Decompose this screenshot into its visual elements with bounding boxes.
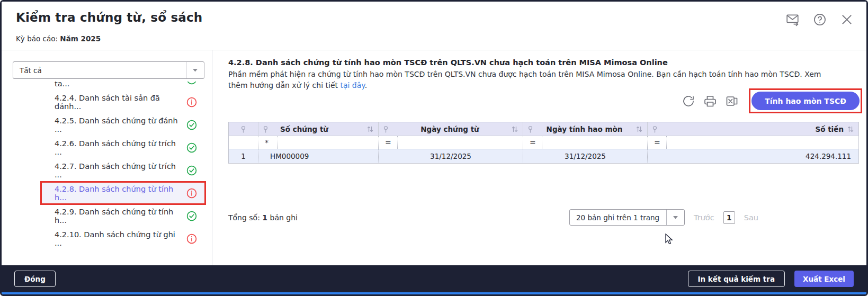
documents-table: Số chứng từ Ngày chứng từ Ngày tính hao … <box>228 122 859 164</box>
modal-header: Kiểm tra chứng từ, sổ sách Kỳ báo cáo: N… <box>2 2 866 50</box>
cell-ngay-tinh-hao-mon: 31/12/2025 <box>523 149 647 163</box>
error-icon <box>186 97 197 107</box>
description-period: . <box>365 81 367 89</box>
sort-icon[interactable] <box>366 125 374 133</box>
table-row[interactable]: 1 HM000009 31/12/2025 31/12/2025 424.294… <box>229 149 858 163</box>
filter-operator[interactable]: = <box>379 136 398 149</box>
current-page-indicator[interactable]: 1 <box>723 211 735 224</box>
sidebar-item-label: 4.2.8. Danh sách chứng từ tính h... <box>55 185 181 202</box>
description-text: Phần mềm phát hiện ra chứng từ tính hao … <box>228 70 821 89</box>
sort-icon[interactable] <box>847 125 854 133</box>
filter-cell-ngay-chung-tu[interactable]: = <box>378 136 523 149</box>
table-toolbar: Tính hao mòn TSCĐ <box>682 92 860 110</box>
page-size-value: 20 bản ghi trên 1 trang <box>570 213 666 222</box>
pin-icon <box>652 125 658 133</box>
total-suffix: bản ghi <box>267 213 298 222</box>
pin-icon <box>263 125 269 133</box>
column-label: Ngày chứng từ <box>420 125 479 133</box>
sidebar-item-4-2-9[interactable]: 4.2.9. Danh sách chứng từ tính h... <box>42 204 204 227</box>
success-icon <box>186 82 197 85</box>
sidebar-item-4-2-4[interactable]: 4.2.4. Danh sách tài sản đã đánh... <box>42 91 204 113</box>
success-icon <box>186 165 197 176</box>
prev-page-button[interactable]: Trước <box>694 213 714 222</box>
refresh-icon[interactable] <box>682 95 695 107</box>
sidebar-item-4-2-7[interactable]: 4.2.7. Danh sách chứng từ trích ... <box>42 159 204 182</box>
pin-icon <box>527 125 533 133</box>
category-filter-select[interactable]: Tất cả <box>13 61 204 79</box>
sidebar-item-4-2-6[interactable]: 4.2.6. Danh sách chứng từ trích ... <box>42 136 204 159</box>
column-header-so-chung-tu[interactable]: Số chứng từ <box>258 122 378 136</box>
column-label: Ngày tính hao mòn <box>547 125 623 133</box>
error-icon <box>186 188 197 199</box>
row-number-header[interactable] <box>229 122 258 136</box>
sidebar-item-label: 4.2.3. Danh sách chứng từ ghi tă... <box>55 82 181 88</box>
error-icon <box>186 234 197 244</box>
table-footer: Tổng số: 1 bản ghi 20 bản ghi trên 1 tra… <box>228 209 859 226</box>
column-header-so-tien[interactable]: Số tiền <box>647 122 858 136</box>
filter-operator[interactable]: = <box>648 136 667 149</box>
category-filter-value: Tất cả <box>13 66 186 75</box>
cell-row-number: 1 <box>229 149 258 163</box>
check-item-list: 4.2.3. Danh sách chứng từ ghi tă... 4.2.… <box>2 82 212 265</box>
filter-operator[interactable]: = <box>523 136 542 149</box>
close-icon[interactable] <box>839 12 854 26</box>
action-footer: Đóng In kết quả kiểm tra Xuất Excel <box>2 265 866 294</box>
sidebar-item-label: 4.2.4. Danh sách tài sản đã đánh... <box>55 94 181 111</box>
chevron-down-icon <box>186 62 204 78</box>
excel-icon[interactable] <box>726 95 738 107</box>
export-excel-button[interactable]: Xuất Excel <box>794 271 854 287</box>
table-filter-row: * = = = <box>229 136 858 149</box>
check-list-sidebar: Tất cả 4.2.3. Danh sách chứng từ ghi tă.… <box>2 50 212 265</box>
cell-ngay-chung-tu: 31/12/2025 <box>378 149 523 163</box>
section-title: 4.2.8. Danh sách chứng từ tính hao mòn T… <box>228 57 860 68</box>
table-header-row: Số chứng từ Ngày chứng từ Ngày tính hao … <box>229 122 858 136</box>
help-link[interactable]: tại đây <box>340 81 364 89</box>
sidebar-item-label: 4.2.7. Danh sách chứng từ trích ... <box>55 162 181 179</box>
print-results-button[interactable]: In kết quả kiểm tra <box>688 271 785 287</box>
sort-icon[interactable] <box>636 125 643 133</box>
filter-cell-so-tien[interactable]: = <box>647 136 858 149</box>
sidebar-item-4-2-10[interactable]: 4.2.10. Danh sách chứng từ ghi ... <box>42 227 204 250</box>
sort-icon[interactable] <box>511 125 518 133</box>
next-page-button[interactable]: Sau <box>744 213 758 222</box>
column-label: Số tiền <box>815 125 844 133</box>
sidebar-item-label: 4.2.5. Danh sách chứng từ đánh ... <box>55 116 181 133</box>
filter-cell-so-chung-tu[interactable]: * <box>258 136 378 149</box>
page-title: Kiểm tra chứng từ, sổ sách <box>16 11 202 24</box>
section-description: Phần mềm phát hiện ra chứng từ tính hao … <box>228 69 827 91</box>
chevron-down-icon <box>666 210 684 225</box>
page-size-select[interactable]: 20 bản ghi trên 1 trang <box>569 209 685 226</box>
pin-icon <box>240 125 246 133</box>
success-icon <box>186 142 197 153</box>
sidebar-item-label: 4.2.10. Danh sách chứng từ ghi ... <box>55 230 181 247</box>
pagination: 20 bản ghi trên 1 trang Trước 1 Sau <box>569 209 758 226</box>
column-header-ngay-tinh-hao-mon[interactable]: Ngày tính hao mòn <box>523 122 647 136</box>
close-button[interactable]: Đóng <box>14 271 56 287</box>
calc-depreciation-button[interactable]: Tính hao mòn TSCĐ <box>751 92 860 110</box>
print-icon[interactable] <box>704 95 717 107</box>
report-period: Kỳ báo cáo: Năm 2025 <box>16 34 101 43</box>
report-period-value: Năm 2025 <box>60 34 101 43</box>
column-header-ngay-chung-tu[interactable]: Ngày chứng từ <box>378 122 523 136</box>
success-icon <box>186 211 197 221</box>
sidebar-item-label: 4.2.9. Danh sách chứng từ tính h... <box>55 208 181 225</box>
total-records: Tổng số: 1 bản ghi <box>228 213 298 222</box>
detail-pane: 4.2.8. Danh sách chứng từ tính hao mòn T… <box>212 50 866 265</box>
total-prefix: Tổng số: <box>228 213 262 222</box>
cell-so-chung-tu: HM000009 <box>258 149 378 163</box>
cell-so-tien: 424.294.111 <box>647 149 858 163</box>
sidebar-item-4-2-8-selected[interactable]: 4.2.8. Danh sách chứng từ tính h... <box>42 182 204 204</box>
report-period-label: Kỳ báo cáo: <box>16 34 60 43</box>
sidebar-item-4-2-5[interactable]: 4.2.5. Danh sách chứng từ đánh ... <box>42 113 204 136</box>
pin-icon <box>383 125 389 133</box>
sidebar-item-4-2-3[interactable]: 4.2.3. Danh sách chứng từ ghi tă... <box>42 82 204 91</box>
filter-operator[interactable]: * <box>258 136 278 149</box>
feedback-mail-icon[interactable] <box>785 12 800 26</box>
check-documents-modal: Kiểm tra chứng từ, sổ sách Kỳ báo cáo: N… <box>0 0 868 296</box>
filter-cell-ngay-tinh-hao-mon[interactable]: = <box>523 136 647 149</box>
success-icon <box>186 120 197 130</box>
help-icon[interactable] <box>812 12 827 26</box>
sidebar-item-label: 4.2.6. Danh sách chứng từ trích ... <box>55 139 181 156</box>
column-label: Số chứng từ <box>280 125 328 133</box>
total-value: 1 <box>262 213 267 222</box>
